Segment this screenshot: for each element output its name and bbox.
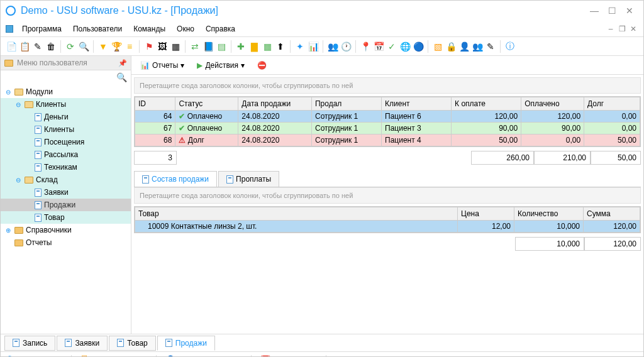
col-seller[interactable]: Продал — [311, 97, 381, 111]
tab-record[interactable]: Запись — [4, 336, 55, 351]
tree-clients-item[interactable]: Клиенты — [1, 123, 131, 136]
check-icon[interactable]: ✓ — [386, 41, 397, 52]
pin-icon[interactable]: 📌 — [118, 59, 127, 67]
cal-icon[interactable]: 📅 — [373, 41, 384, 52]
sales-grid[interactable]: ID Статус Дата продажи Продал Клиент К о… — [134, 96, 641, 147]
wand-icon[interactable]: ✎ — [485, 41, 496, 52]
reports-button[interactable]: 📊Отчеты ▾ — [135, 59, 189, 72]
star-icon[interactable]: ✦ — [294, 41, 306, 52]
maximize-button[interactable]: ☐ — [603, 6, 621, 16]
xls-icon[interactable]: ▦ — [262, 41, 273, 52]
user-icon[interactable]: 👤 — [458, 41, 470, 52]
cell-price: 12,00 — [458, 221, 514, 233]
rss-icon[interactable]: ▧ — [432, 41, 443, 52]
total-paid: 210,00 — [534, 151, 591, 165]
tree-modules[interactable]: ⊖Модули — [1, 85, 131, 98]
menu-commands[interactable]: Команды — [128, 23, 170, 35]
col-client[interactable]: Клиент — [382, 97, 452, 111]
tab-sales[interactable]: Продажи — [157, 336, 215, 351]
tab-composition[interactable]: Состав продажи — [134, 171, 217, 187]
menu-icon — [6, 25, 13, 33]
dcol-price[interactable]: Цена — [458, 207, 514, 221]
flag-icon[interactable]: ⚑ — [143, 41, 155, 52]
col-id[interactable]: ID — [135, 97, 175, 111]
tree-refs[interactable]: ⊕Справочники — [1, 224, 131, 236]
detail-grid[interactable]: Товар Цена Количество Сумма 10009 Контак… — [134, 206, 641, 233]
import-icon[interactable]: ⬆ — [275, 41, 286, 52]
detail-group-hint[interactable]: Перетащите сюда заголовок колонки, чтобы… — [134, 187, 641, 204]
col-status[interactable]: Статус — [175, 97, 238, 111]
tree-reports[interactable]: ·Отчеты — [1, 236, 131, 249]
col-paid[interactable]: Оплачено — [521, 97, 584, 111]
tree-orders[interactable]: Заявки — [1, 186, 131, 199]
chart-icon[interactable]: 📊 — [308, 41, 319, 52]
group-hint[interactable]: Перетащите сюда заголовок колонки, чтобы… — [134, 77, 641, 94]
tree-mailing[interactable]: Рассылка — [1, 148, 131, 161]
search-icon[interactable]: 🔍 — [78, 41, 89, 52]
minimize-button[interactable]: — — [586, 6, 603, 16]
globe-icon[interactable]: 🌐 — [399, 41, 411, 52]
close-button[interactable]: ✕ — [621, 6, 638, 16]
delete-icon[interactable]: 🗑 — [45, 41, 57, 52]
doc-icon — [35, 151, 42, 159]
grid-row[interactable]: 64✔ Оплачено24.08.2020Сотрудник 1Пациент… — [135, 111, 640, 123]
new-icon[interactable]: 📄 — [6, 41, 17, 52]
people-icon[interactable]: 👥 — [327, 41, 338, 52]
col-date[interactable]: Дата продажи — [238, 97, 312, 111]
dcol-product[interactable]: Товар — [135, 207, 458, 221]
sort-icon[interactable]: ≡ — [124, 41, 135, 52]
users-icon[interactable]: 👥 — [472, 41, 483, 52]
grid-icon[interactable]: ▦ — [170, 41, 181, 52]
note-icon[interactable]: ▇ — [248, 41, 260, 52]
info-icon[interactable]: ⓘ — [504, 41, 516, 52]
menu-users[interactable]: Пользователи — [68, 23, 127, 35]
add-icon[interactable]: ✚ — [235, 41, 247, 52]
col-debt[interactable]: Долг — [584, 97, 640, 111]
clock-icon[interactable]: 🕐 — [340, 41, 352, 52]
tree-visits[interactable]: Посещения — [1, 136, 131, 148]
document-tabs: Запись Заявки Товар Продажи — [1, 334, 643, 351]
sidebar-search-icon[interactable]: 🔍 — [1, 70, 131, 84]
open-icon[interactable]: 📋 — [19, 41, 30, 52]
menu-window[interactable]: Окно — [172, 23, 199, 35]
refresh-icon[interactable]: ⟳ — [65, 41, 76, 52]
menubar: Программа Пользователи Команды Окно Спра… — [1, 21, 643, 37]
tab-payments[interactable]: Проплаты — [218, 171, 279, 187]
grid-header-row[interactable]: ID Статус Дата продажи Продал Клиент К о… — [135, 97, 640, 111]
tab-product[interactable]: Товар — [109, 336, 156, 351]
tab-orders[interactable]: Заявки — [57, 336, 108, 351]
tree-tech[interactable]: Техникам — [1, 161, 131, 173]
grid-row[interactable]: 68⚠ Долг24.08.2020Сотрудник 1Пациент 450… — [135, 135, 640, 146]
grid-row[interactable]: 67✔ Оплачено24.08.2020Сотрудник 1Пациент… — [135, 123, 640, 135]
detail-row[interactable]: 10009 Контактные линзы 2, шт. 12,00 10,0… — [135, 221, 640, 233]
excel-icon[interactable]: ▤ — [216, 41, 227, 52]
image-icon[interactable]: 🖼 — [157, 41, 168, 52]
tree-product[interactable]: Товар — [1, 211, 131, 224]
filter-icon[interactable]: ▼ — [97, 41, 109, 52]
dcol-qty[interactable]: Количество — [514, 207, 584, 221]
actions-button[interactable]: ▶Действия ▾ — [192, 59, 250, 72]
mdi-restore-icon[interactable]: ❐ — [617, 25, 627, 33]
tree-stock[interactable]: ⊖Склад — [1, 173, 131, 186]
nav-tree: ⊖Модули ⊖Клиенты Деньги Клиенты Посещени… — [1, 84, 131, 334]
trophy-icon[interactable]: 🏆 — [111, 41, 122, 52]
menu-help[interactable]: Справка — [201, 23, 240, 35]
main-area: 📊Отчеты ▾ ▶Действия ▾ ⛔ Перетащите сюда … — [131, 56, 643, 334]
doc-icon — [117, 339, 124, 347]
stop-button[interactable]: ⛔ — [252, 59, 272, 72]
pin-icon[interactable]: 📍 — [360, 41, 371, 52]
dcol-sum[interactable]: Сумма — [584, 207, 640, 221]
doc-icon — [35, 138, 42, 146]
tree-clients[interactable]: ⊖Клиенты — [1, 98, 131, 111]
doc-icon[interactable]: 📘 — [203, 41, 214, 52]
menu-program[interactable]: Программа — [17, 23, 67, 35]
tree-sales[interactable]: Продажи — [1, 199, 131, 211]
mdi-minimize-icon[interactable]: – — [606, 25, 616, 33]
lock-icon[interactable]: 🔒 — [445, 41, 457, 52]
export-icon[interactable]: ⇄ — [189, 41, 201, 52]
color-icon[interactable]: 🔵 — [413, 41, 424, 52]
tree-money[interactable]: Деньги — [1, 111, 131, 123]
mdi-close-icon[interactable]: ✕ — [628, 25, 638, 33]
edit-icon[interactable]: ✎ — [32, 41, 43, 52]
col-due[interactable]: К оплате — [452, 97, 521, 111]
